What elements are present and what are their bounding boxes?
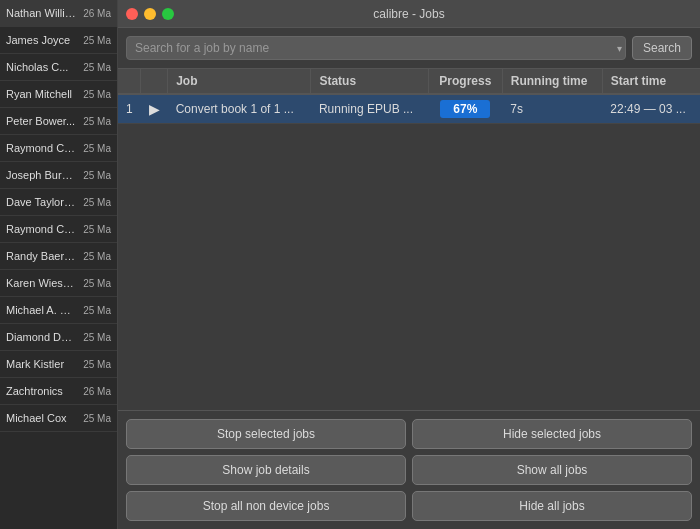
sidebar-date: 26 Ma	[83, 386, 111, 397]
sidebar-row[interactable]: Raymond Ca... 25 Ma	[0, 216, 117, 243]
sidebar-author: Raymond Ca...	[6, 142, 76, 154]
sidebar-author: Dave Taylor ...	[6, 196, 76, 208]
titlebar: calibre - Jobs	[118, 0, 700, 28]
sidebar-date: 25 Ma	[83, 62, 111, 73]
show-job-details-button[interactable]: Show job details	[126, 455, 406, 485]
sidebar-author: Michael Cox	[6, 412, 67, 424]
sidebar-date: 25 Ma	[83, 413, 111, 424]
sidebar-row[interactable]: Michael A. St... 25 Ma	[0, 297, 117, 324]
sidebar-date: 25 Ma	[83, 251, 111, 262]
sidebar-author: Diamond Dall...	[6, 331, 76, 343]
sidebar-date: 25 Ma	[83, 116, 111, 127]
hide-selected-button[interactable]: Hide selected jobs	[412, 419, 692, 449]
col-progress[interactable]: Progress	[429, 69, 503, 94]
sidebar-author: Michael A. St...	[6, 304, 76, 316]
row-number: 1	[118, 94, 141, 124]
sidebar-date: 25 Ma	[83, 224, 111, 235]
search-input[interactable]	[126, 36, 626, 60]
sidebar-row[interactable]: Randy Baer ... 25 Ma	[0, 243, 117, 270]
col-num	[118, 69, 141, 94]
table-header-row: Job Status Progress Running time Start t…	[118, 69, 700, 94]
sidebar-row[interactable]: Mark Kistler 25 Ma	[0, 351, 117, 378]
sidebar-row[interactable]: Ryan Mitchell 25 Ma	[0, 81, 117, 108]
table-row[interactable]: 1 ▶ Convert book 1 of 1 ... Running EPUB…	[118, 94, 700, 124]
sidebar-row[interactable]: Dave Taylor ... 25 Ma	[0, 189, 117, 216]
window-title: calibre - Jobs	[373, 7, 444, 21]
sidebar-author: Raymond Ca...	[6, 223, 76, 235]
sidebar-row[interactable]: Peter Bower... 25 Ma	[0, 108, 117, 135]
sidebar-date: 25 Ma	[83, 359, 111, 370]
job-status: Running EPUB ...	[311, 94, 429, 124]
sidebar-author: Nathan Willia...	[6, 7, 76, 19]
search-bar: ▾ Search	[118, 28, 700, 69]
sidebar-author: Zachtronics	[6, 385, 63, 397]
sidebar-author: Karen Wiesner	[6, 277, 76, 289]
stop-all-non-device-button[interactable]: Stop all non device jobs	[126, 491, 406, 521]
sidebar-date: 25 Ma	[83, 143, 111, 154]
col-start-time[interactable]: Start time	[602, 69, 700, 94]
close-button[interactable]	[126, 8, 138, 20]
minimize-button[interactable]	[144, 8, 156, 20]
sidebar-row[interactable]: Joseph Burg... 25 Ma	[0, 162, 117, 189]
sidebar-row[interactable]: Nicholas C... 25 Ma	[0, 54, 117, 81]
search-dropdown-button[interactable]: ▾	[617, 43, 622, 54]
sidebar-date: 25 Ma	[83, 332, 111, 343]
show-all-jobs-button[interactable]: Show all jobs	[412, 455, 692, 485]
sidebar-author: James Joyce	[6, 34, 70, 46]
sidebar-date: 25 Ma	[83, 35, 111, 46]
col-arrow	[141, 69, 168, 94]
col-job[interactable]: Job	[168, 69, 311, 94]
sidebar-date: 25 Ma	[83, 305, 111, 316]
sidebar-date: 26 Ma	[83, 8, 111, 19]
stop-selected-button[interactable]: Stop selected jobs	[126, 419, 406, 449]
window-controls	[126, 8, 174, 20]
sidebar-row[interactable]: Raymond Ca... 25 Ma	[0, 135, 117, 162]
sidebar-row[interactable]: Diamond Dall... 25 Ma	[0, 324, 117, 351]
sidebar-date: 25 Ma	[83, 89, 111, 100]
sidebar-row[interactable]: Karen Wiesner 25 Ma	[0, 270, 117, 297]
progress-value: 67%	[453, 102, 477, 116]
sidebar-author: Mark Kistler	[6, 358, 64, 370]
sidebar-row[interactable]: James Joyce 25 Ma	[0, 27, 117, 54]
sidebar-author: Randy Baer ...	[6, 250, 76, 262]
sidebar-author: Peter Bower...	[6, 115, 75, 127]
progress-bar: 67%	[440, 100, 490, 118]
sidebar-date: 25 Ma	[83, 278, 111, 289]
job-table: Job Status Progress Running time Start t…	[118, 69, 700, 124]
search-input-wrap: ▾	[126, 36, 626, 60]
start-time: 22:49 — 03 ...	[602, 94, 700, 124]
sidebar-author: Nicholas C...	[6, 61, 68, 73]
sidebar-date: 25 Ma	[83, 170, 111, 181]
col-running-time[interactable]: Running time	[502, 69, 602, 94]
sidebar-author: Joseph Burg...	[6, 169, 76, 181]
sidebar-row[interactable]: Nathan Willia... 26 Ma	[0, 0, 117, 27]
sidebar: Nathan Willia... 26 Ma James Joyce 25 Ma…	[0, 0, 118, 529]
sidebar-row[interactable]: Zachtronics 26 Ma	[0, 378, 117, 405]
expand-arrow-icon[interactable]: ▶	[141, 94, 168, 124]
col-status[interactable]: Status	[311, 69, 429, 94]
sidebar-row[interactable]: Michael Cox 25 Ma	[0, 405, 117, 432]
buttons-section: Stop selected jobs Hide selected jobs Sh…	[118, 410, 700, 529]
running-time: 7s	[502, 94, 602, 124]
job-table-wrap: Job Status Progress Running time Start t…	[118, 69, 700, 410]
jobs-dialog: calibre - Jobs ▾ Search Job Status Progr…	[118, 0, 700, 529]
job-name: Convert book 1 of 1 ...	[168, 94, 311, 124]
search-button[interactable]: Search	[632, 36, 692, 60]
maximize-button[interactable]	[162, 8, 174, 20]
sidebar-author: Ryan Mitchell	[6, 88, 72, 100]
sidebar-date: 25 Ma	[83, 197, 111, 208]
job-progress: 67%	[429, 94, 503, 124]
hide-all-jobs-button[interactable]: Hide all jobs	[412, 491, 692, 521]
